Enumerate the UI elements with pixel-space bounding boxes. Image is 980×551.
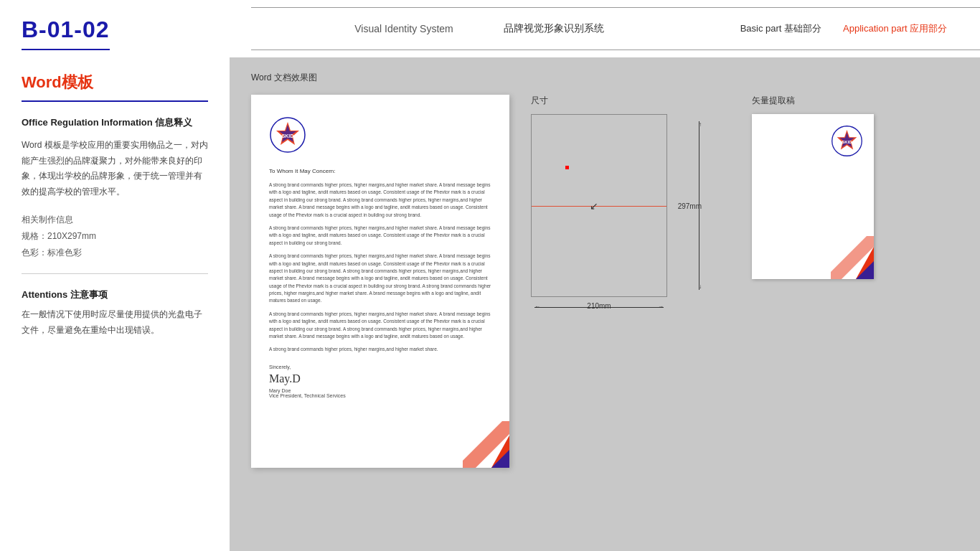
doc-logo-icon: SKID bbox=[269, 116, 306, 154]
doc-job-title: Vice President, Technical Services bbox=[269, 393, 491, 398]
system-name-zh: 品牌视觉形象识别系统 bbox=[504, 22, 604, 35]
nav-application: Application part 应用部分 bbox=[843, 22, 947, 35]
doc-body-5: A strong brand commands higher prices, h… bbox=[269, 346, 491, 353]
right-panels: 尺寸 ↙ 297mm bbox=[531, 95, 958, 318]
size-section: 尺寸 ↙ 297mm bbox=[531, 95, 738, 318]
doc-signature: May.D bbox=[269, 372, 491, 385]
content-label: Word 文档效果图 bbox=[251, 72, 958, 84]
size-label: 尺寸 bbox=[531, 95, 738, 107]
doc-name: Mary Doe bbox=[269, 388, 491, 393]
main-layout: Word模板 Office Regulation Information 信息释… bbox=[0, 57, 980, 551]
top-header: B-01-02 Visual Identity System 品牌视觉形象识别系… bbox=[0, 0, 980, 57]
attention-title: Attentions 注意事项 bbox=[22, 288, 208, 301]
color-label: 色彩：标准色彩 bbox=[22, 247, 208, 259]
page-code: B-01-02 bbox=[22, 17, 110, 50]
vector-corner-decoration bbox=[831, 236, 874, 279]
svg-text:SKID: SKID bbox=[282, 133, 294, 138]
documents-row: SKID To Whom It May Concern: A strong br… bbox=[251, 95, 958, 468]
svg-text:SKID: SKID bbox=[842, 140, 852, 144]
doc-corner-decoration bbox=[463, 421, 509, 468]
doc-signature-area: Sincerely, May.D Mary Doe Vice President… bbox=[269, 364, 491, 398]
attention-desc: 在一般情况下使用时应尽量使用提供的光盘电子文件，尽量避免在重绘中出现错误。 bbox=[22, 307, 208, 338]
doc-body-3: A strong brand commands higher prices, h… bbox=[269, 253, 491, 305]
nav-basic: Basic part 基础部分 bbox=[740, 22, 821, 35]
info-section-desc: Word 模板是学校应用的重要实用物品之一，对内能产生强烈的品牌凝聚力，对外能带… bbox=[22, 138, 208, 199]
left-section: B-01-02 bbox=[22, 0, 251, 57]
doc-body-4: A strong brand commands higher prices, h… bbox=[269, 311, 491, 341]
vector-label: 矢量提取稿 bbox=[752, 95, 958, 107]
info-section-title: Office Regulation Information 信息释义 bbox=[22, 116, 208, 129]
middle-nav: Visual Identity System 品牌视觉形象识别系统 bbox=[251, 7, 707, 50]
doc-recipient: To Whom It May Concern: bbox=[269, 168, 491, 174]
word-doc-preview: SKID To Whom It May Concern: A strong br… bbox=[251, 95, 509, 468]
right-nav: Basic part 基础部分 Application part 应用部分 bbox=[707, 7, 980, 50]
doc-body-1: A strong brand commands higher prices, h… bbox=[269, 182, 491, 219]
related-info-label: 相关制作信息 bbox=[22, 214, 208, 226]
sidebar: Word模板 Office Regulation Information 信息释… bbox=[0, 57, 230, 551]
vector-logo-icon: SKID bbox=[831, 125, 863, 157]
dim-297-label: 297mm bbox=[678, 202, 702, 209]
system-name-en: Visual Identity System bbox=[354, 23, 453, 34]
doc-sincerely: Sincerely, bbox=[269, 364, 491, 369]
main-content: Word 文档效果图 SKID To Whom It May Co bbox=[230, 57, 980, 551]
spec-label: 规格：210X297mm bbox=[22, 230, 208, 242]
doc-logo-area: SKID bbox=[269, 116, 491, 154]
divider bbox=[22, 273, 208, 274]
dim-210-label: 210mm bbox=[587, 302, 611, 310]
size-panel: 尺寸 ↙ 297mm bbox=[531, 95, 958, 318]
doc-body-2: A strong brand commands higher prices, h… bbox=[269, 225, 491, 247]
vector-section: 矢量提取稿 SKID bbox=[752, 95, 958, 318]
page-title: Word模板 bbox=[22, 72, 208, 102]
